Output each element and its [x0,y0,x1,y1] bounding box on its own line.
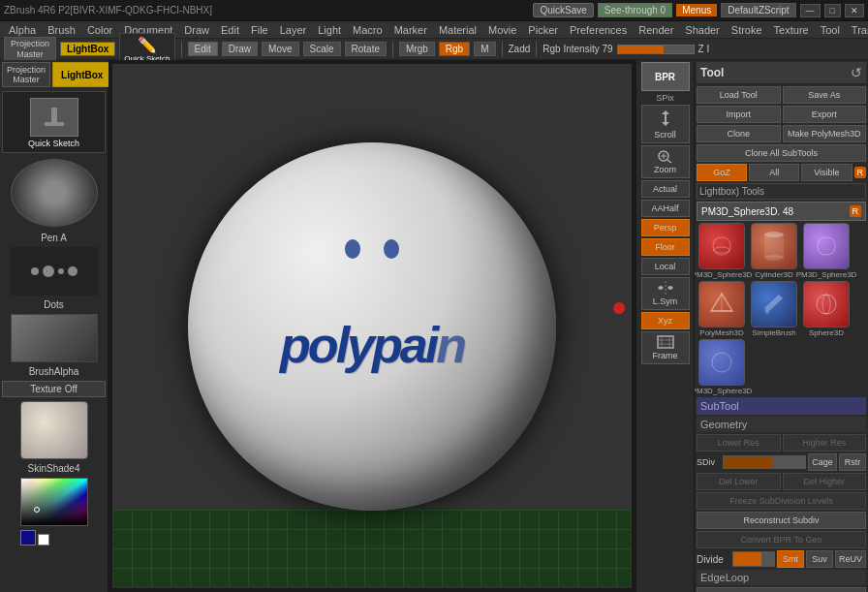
foreground-color-swatch[interactable] [20,530,36,545]
brush-preview[interactable] [11,159,98,227]
win-close-button[interactable]: ✕ [845,4,864,17]
projection-master-button[interactable]: ProjectionMaster [4,37,56,62]
menu-material[interactable]: Material [434,23,481,37]
tool-icon-sphere3d[interactable]: Sphere3D [801,281,852,337]
actual-button[interactable]: Actual [641,180,690,198]
suv-button[interactable]: Suv [806,550,833,568]
local-button[interactable]: Local [641,258,690,275]
brush-alpha-preview[interactable] [11,314,98,362]
menu-stroke[interactable]: Stroke [727,23,767,37]
lightbox-small-button[interactable]: LightBox [52,62,111,87]
menu-draw[interactable]: Draw [179,23,214,37]
menu-file[interactable]: File [246,23,273,37]
menu-color[interactable]: Color [82,23,117,37]
del-lower-button[interactable]: Del Lower [697,473,781,490]
texture-off-button[interactable]: Texture Off [2,381,106,397]
higher-res-button[interactable]: Higher Res [783,434,867,452]
rgb-intensity-slider[interactable] [617,45,695,54]
reset-icon[interactable]: ↺ [851,65,862,80]
sdiv-slider[interactable] [723,455,806,469]
tool-icon-pm3d-sphere[interactable]: PM3D_Sphere3D [697,223,747,279]
dot-2 [43,265,54,277]
menu-brush[interactable]: Brush [43,23,80,37]
visible-button[interactable]: Visible [801,164,852,181]
menu-marker[interactable]: Marker [389,23,432,37]
canvas-area[interactable]: polypain BPR SPix Scroll [108,60,694,592]
menu-picker[interactable]: Picker [523,23,563,37]
win-minimize-button[interactable]: — [800,4,821,17]
tool-icon-polymesh[interactable]: PolyMesh3D [697,281,747,337]
seethrough-button[interactable]: See-through 0 [598,3,672,17]
cage-button[interactable]: Cage [808,453,837,471]
goz-button[interactable]: GoZ [697,164,747,181]
zoom-button[interactable]: Zoom [641,145,690,178]
current-tool-display: PM3D_Sphere3D. 48 R [697,202,866,221]
clone-button[interactable]: Clone [697,125,781,142]
import-button[interactable]: Import [697,106,781,123]
tool-icon-cylinder[interactable]: Cylinder3D [749,223,799,279]
scroll-button[interactable]: Scroll [641,105,690,143]
reuv-button[interactable]: ReUV [835,550,866,568]
menu-transform[interactable]: Transform [847,23,868,37]
rotate-button[interactable]: Rotate [345,42,387,56]
menus-button[interactable]: Menus [676,4,717,16]
aahalf-button[interactable]: AAHalf [641,200,690,217]
draw-button[interactable]: Draw [222,42,258,56]
menu-light[interactable]: Light [313,23,346,37]
canvas-frame[interactable]: polypain [112,64,632,588]
menu-tool[interactable]: Tool [816,23,845,37]
win-maximize-button[interactable]: □ [824,4,841,17]
to-geo-button[interactable]: To Geo [697,587,866,592]
frame-button[interactable]: Frame [641,331,690,364]
export-button[interactable]: Export [783,106,867,123]
menu-render[interactable]: Render [634,23,678,37]
smt-button[interactable]: Smt [777,550,804,568]
edit-button[interactable]: Edit [188,42,218,56]
projection-master-small-button[interactable]: ProjectionMaster [2,62,50,87]
load-tool-button[interactable]: Load Tool [697,86,781,104]
lower-res-button[interactable]: Lower Res [697,434,781,452]
divide-slider[interactable] [732,551,775,567]
menu-layer[interactable]: Layer [275,23,312,37]
menu-alpha[interactable]: Alpha [4,23,41,37]
tool-icon-simplebrush[interactable]: SimpleBrush [749,281,799,337]
lightbox-button[interactable]: LightBox [60,42,115,56]
menu-shader[interactable]: Shader [680,23,724,37]
freeze-subdiv-button[interactable]: Freeze SubDivision Levels [697,492,866,510]
scale-button[interactable]: Scale [303,42,341,56]
convert-bpr-to-geo-button[interactable]: Convert BPR To Geo [697,531,866,548]
menu-movie[interactable]: Movie [483,23,521,37]
svg-rect-1 [51,108,57,123]
del-higher-button[interactable]: Del Higher [783,473,867,490]
clone-all-subtools-button[interactable]: Clone All SubTools [697,144,866,162]
mrgb-button[interactable]: Mrgb [399,42,435,56]
floor-button[interactable]: Floor [641,238,690,256]
tool-icon-pm3d-sphere3[interactable]: PM3D_Sphere3D [697,339,747,395]
dots-preview[interactable] [11,247,98,296]
tool-icon-pm3d-sphere2[interactable]: PM3D_Sphere3D [801,223,852,279]
menu-preferences[interactable]: Preferences [565,23,632,37]
menu-texture[interactable]: Texture [769,23,814,37]
make-polymesh3d-button[interactable]: Make PolyMesh3D [783,125,867,142]
lsym-button[interactable]: L.Sym [641,277,690,310]
menu-macro[interactable]: Macro [348,23,388,37]
m-button[interactable]: M [474,42,495,56]
separator-1 [181,42,182,57]
save-as-button[interactable]: Save As [783,86,867,104]
quicksave-button[interactable]: QuickSave [533,3,593,17]
menu-edit[interactable]: Edit [216,23,244,37]
quick-sketch-icon[interactable] [30,98,78,137]
subtool-section-label: SubTool [697,397,866,415]
persp-button[interactable]: Persp [641,219,690,236]
background-color-swatch[interactable] [38,534,49,545]
rstr-button[interactable]: Rstr [839,453,866,471]
all-button[interactable]: All [749,164,799,181]
rgb-button[interactable]: Rgb [439,42,470,56]
bpr-button[interactable]: BPR [641,62,690,91]
color-picker[interactable] [20,478,88,526]
zscript-button[interactable]: DefaultZScript [721,3,795,17]
xyz-button[interactable]: Xyz [641,312,690,329]
reconstruct-subdiv-button[interactable]: Reconstruct Subdiv [697,512,866,529]
skin-shade-preview[interactable] [20,401,88,459]
move-button[interactable]: Move [262,42,298,56]
